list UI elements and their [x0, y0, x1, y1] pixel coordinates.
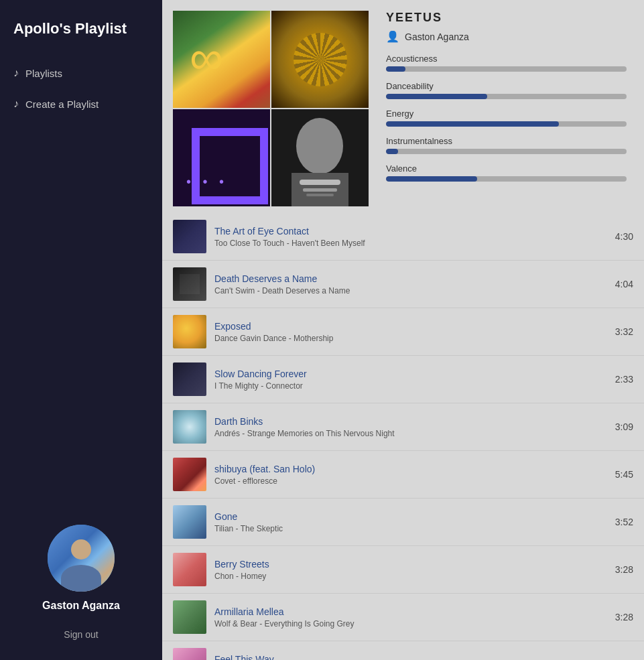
main-content: YEETUS 👤 Gaston Aganza Acousticness Danc…	[162, 0, 644, 660]
track-thumbnail	[173, 553, 206, 586]
track-title: Darth Binks	[214, 416, 599, 427]
stat-bar-valence	[386, 176, 477, 182]
svg-point-1	[296, 118, 343, 174]
stat-valence: Valence	[386, 163, 627, 182]
track-info: Slow Dancing Forever I The Mighty - Conn…	[214, 369, 599, 391]
sidebar: Apollo's Playlist ♪ Playlists ♪ Create a…	[0, 0, 162, 660]
stat-danceability: Danceability	[386, 81, 627, 99]
track-item[interactable]: Feel This Way Chon - Homey 3:43	[162, 641, 644, 660]
track-duration: 2:33	[610, 374, 633, 385]
track-subtitle: I The Mighty - Connector	[214, 381, 599, 391]
stat-label-acousticness: Acousticness	[386, 54, 627, 64]
track-item[interactable]: Berry Streets Chon - Homey 3:28	[162, 546, 644, 594]
track-list: The Art of Eye Contact Too Close To Touc…	[162, 213, 644, 660]
track-title: The Art of Eye Contact	[214, 226, 599, 237]
avatar	[48, 525, 115, 592]
track-item[interactable]: The Art of Eye Contact Too Close To Touc…	[162, 213, 644, 261]
sign-out-button[interactable]: Sign out	[13, 622, 149, 647]
track-subtitle: Too Close To Touch - Haven't Been Myself	[214, 239, 599, 248]
album-art-1	[173, 11, 270, 108]
track-item[interactable]: Exposed Dance Gavin Dance - Mothership 3…	[162, 308, 644, 356]
track-item[interactable]: Gone Tilian - The Skeptic 3:52	[162, 499, 644, 546]
track-duration: 4:04	[610, 279, 633, 289]
track-info: The Art of Eye Contact Too Close To Touc…	[214, 226, 599, 248]
stat-label-danceability: Danceability	[386, 81, 627, 91]
stat-bar-container-energy	[386, 121, 627, 127]
track-title: shibuya (feat. San Holo)	[214, 464, 599, 474]
app-title: Apollo's Playlist	[0, 13, 162, 58]
track-item[interactable]: Darth Binks Andrés - Strange Memories on…	[162, 403, 644, 451]
album-art-2	[271, 11, 369, 108]
album-art-3	[173, 109, 270, 206]
stat-label-energy: Energy	[386, 109, 627, 119]
sidebar-bottom: Gaston Aganza Sign out	[0, 511, 162, 660]
track-thumbnail	[173, 267, 206, 301]
track-duration: 3:28	[610, 612, 633, 622]
avatar-image	[48, 525, 115, 592]
track-item[interactable]: Death Deserves a Name Can't Swim - Death…	[162, 261, 644, 308]
track-duration: 3:32	[610, 326, 633, 337]
track-item[interactable]: Armillaria Mellea Wolf & Bear - Everythi…	[162, 594, 644, 641]
stat-bar-container-danceability	[386, 94, 627, 99]
stat-bar-energy	[386, 121, 559, 127]
stat-bar-container-valence	[386, 176, 627, 182]
track-item[interactable]: shibuya (feat. San Holo) Covet - efflore…	[162, 451, 644, 499]
music-icon-playlists: ♪	[13, 67, 19, 79]
sidebar-label-playlists: Playlists	[25, 68, 62, 79]
track-subtitle: Andrés - Strange Memories on This Nervou…	[214, 429, 599, 438]
track-thumbnail	[173, 362, 206, 396]
face-art-svg	[271, 109, 369, 206]
track-duration: 3:09	[610, 421, 633, 432]
track-info: Berry Streets Chon - Homey	[214, 559, 599, 581]
sidebar-item-create[interactable]: ♪ Create a Playlist	[0, 88, 162, 119]
sidebar-nav: ♪ Playlists ♪ Create a Playlist	[0, 58, 162, 511]
stat-instrumentalness: Instrumentalness	[386, 136, 627, 154]
playlist-owner: Gaston Aganza	[405, 31, 469, 42]
track-thumbnail	[173, 648, 206, 660]
track-info: Darth Binks Andrés - Strange Memories on…	[214, 416, 599, 438]
track-title: Berry Streets	[214, 559, 599, 570]
track-thumbnail	[173, 220, 206, 253]
sidebar-username: Gaston Aganza	[42, 600, 120, 612]
playlist-title: YEETUS	[386, 11, 627, 25]
track-info: Death Deserves a Name Can't Swim - Death…	[214, 273, 599, 295]
track-title: Gone	[214, 511, 599, 522]
track-title: Feel This Way	[214, 654, 599, 661]
track-info: Armillaria Mellea Wolf & Bear - Everythi…	[214, 606, 599, 629]
sidebar-label-create: Create a Playlist	[25, 98, 99, 110]
album-grid	[173, 11, 369, 206]
stat-energy: Energy	[386, 109, 627, 127]
stat-bar-container-instrumentalness	[386, 149, 627, 154]
svg-rect-3	[300, 180, 340, 185]
track-subtitle: Dance Gavin Dance - Mothership	[214, 334, 599, 343]
stat-bar-danceability	[386, 94, 487, 99]
stats-panel: YEETUS 👤 Gaston Aganza Acousticness Danc…	[379, 11, 633, 206]
top-section: YEETUS 👤 Gaston Aganza Acousticness Danc…	[162, 0, 644, 213]
track-item[interactable]: Slow Dancing Forever I The Mighty - Conn…	[162, 356, 644, 403]
stat-label-valence: Valence	[386, 163, 627, 174]
track-duration: 5:45	[610, 469, 633, 480]
music-icon-create: ♪	[13, 98, 19, 110]
track-duration: 4:30	[610, 231, 633, 242]
playlist-owner-row: 👤 Gaston Aganza	[386, 30, 627, 43]
sidebar-item-playlists[interactable]: ♪ Playlists	[0, 58, 162, 88]
track-thumbnail	[173, 315, 206, 348]
track-duration: 3:28	[610, 564, 633, 575]
track-thumbnail	[173, 600, 206, 634]
stat-bar-acousticness	[386, 66, 405, 72]
svg-rect-5	[306, 194, 334, 196]
svg-rect-4	[303, 188, 337, 192]
stat-label-instrumentalness: Instrumentalness	[386, 136, 627, 146]
user-icon: 👤	[386, 30, 399, 43]
track-subtitle: Wolf & Bear - Everything Is Going Grey	[214, 619, 599, 629]
stat-bar-instrumentalness	[386, 149, 398, 154]
track-subtitle: Covet - effloresce	[214, 476, 599, 486]
track-info: Gone Tilian - The Skeptic	[214, 511, 599, 533]
track-title: Death Deserves a Name	[214, 273, 599, 284]
stat-bar-container-acousticness	[386, 66, 627, 72]
stat-acousticness: Acousticness	[386, 54, 627, 72]
track-info: shibuya (feat. San Holo) Covet - efflore…	[214, 464, 599, 486]
track-thumbnail	[173, 410, 206, 444]
track-info: Feel This Way Chon - Homey	[214, 654, 599, 661]
track-subtitle: Chon - Homey	[214, 572, 599, 581]
